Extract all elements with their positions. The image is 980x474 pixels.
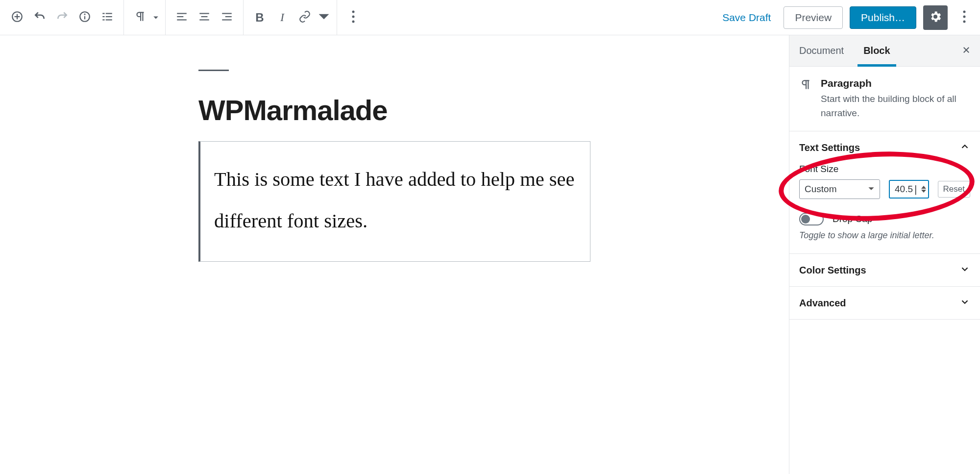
redo-button[interactable]	[51, 6, 74, 29]
toolbar-separator	[243, 0, 244, 35]
caret-down-icon[interactable]	[151, 15, 160, 21]
editor-canvas[interactable]: WPMarmalade This is some text I have add…	[0, 35, 789, 474]
block-more-options-button[interactable]	[342, 6, 365, 29]
link-button[interactable]	[294, 6, 316, 29]
svg-rect-12	[177, 13, 187, 14]
tab-block[interactable]: Block	[854, 35, 900, 66]
panel-advanced: Advanced	[789, 287, 980, 320]
align-right-icon	[220, 10, 233, 25]
svg-rect-13	[177, 16, 183, 17]
settings-toggle-button[interactable]	[923, 5, 948, 30]
add-block-button[interactable]	[6, 6, 28, 29]
toolbar-group-block-type	[126, 0, 163, 35]
svg-rect-20	[222, 19, 232, 20]
svg-point-24	[963, 11, 966, 13]
font-size-reset-button[interactable]: Reset	[938, 181, 970, 198]
ellipsis-vertical-icon	[963, 10, 966, 25]
tab-document[interactable]: Document	[789, 35, 854, 66]
align-center-button[interactable]	[193, 6, 216, 29]
advanced-title: Advanced	[799, 298, 846, 309]
block-navigation-button[interactable]	[96, 6, 119, 29]
svg-rect-19	[225, 16, 232, 17]
align-center-icon	[198, 10, 211, 25]
publish-button[interactable]: Publish…	[850, 6, 916, 29]
svg-point-21	[352, 11, 355, 13]
svg-rect-14	[177, 19, 187, 20]
panel-color-settings: Color Settings	[789, 254, 980, 287]
paragraph-block[interactable]: This is some text I have added to help m…	[198, 141, 590, 262]
paragraph-icon	[134, 10, 147, 25]
info-icon	[78, 10, 91, 25]
svg-rect-8	[102, 16, 104, 17]
gear-icon	[929, 10, 942, 25]
block-drag-handle[interactable]	[198, 70, 229, 71]
panel-text-settings: Text Settings Font Size Custom 40.5|	[789, 131, 980, 254]
panel-block-card: Paragraph Start with the building block …	[789, 67, 980, 131]
preview-button[interactable]: Preview	[784, 6, 843, 29]
redo-icon	[56, 10, 69, 25]
color-settings-header[interactable]: Color Settings	[789, 254, 980, 286]
svg-point-26	[963, 21, 966, 23]
text-settings-title: Text Settings	[799, 142, 860, 153]
dropcap-label: Drop Cap	[833, 214, 872, 225]
text-settings-header[interactable]: Text Settings	[789, 131, 980, 164]
bold-icon: B	[255, 11, 264, 25]
top-toolbar: B I Save Draft Preview Publish…	[0, 0, 980, 35]
svg-point-25	[963, 16, 966, 18]
font-size-number-value: 40.5	[895, 184, 913, 195]
bold-button[interactable]: B	[248, 6, 271, 29]
ellipsis-vertical-icon	[347, 10, 360, 25]
italic-button[interactable]: I	[271, 6, 294, 29]
svg-point-5	[84, 14, 85, 15]
svg-rect-18	[222, 13, 232, 14]
chevron-down-icon	[959, 297, 970, 309]
close-sidebar-button[interactable]	[956, 40, 977, 62]
svg-rect-17	[199, 19, 209, 20]
dropcap-toggle[interactable]	[799, 213, 824, 225]
close-icon	[962, 46, 971, 56]
svg-rect-11	[106, 19, 112, 20]
chevron-up-icon	[959, 141, 970, 154]
font-size-preset-value: Custom	[805, 184, 836, 195]
svg-rect-16	[201, 16, 208, 17]
undo-button[interactable]	[28, 6, 51, 29]
advanced-header[interactable]: Advanced	[789, 287, 980, 319]
toolbar-separator	[165, 0, 166, 35]
add-block-icon	[11, 10, 24, 25]
svg-rect-15	[199, 13, 209, 14]
toolbar-separator	[123, 0, 124, 35]
sidebar-tabs: Document Block	[789, 35, 980, 67]
dropcap-help-text: Toggle to show a large initial letter.	[799, 230, 970, 241]
undo-icon	[33, 10, 46, 25]
svg-rect-6	[102, 13, 104, 14]
svg-rect-9	[106, 16, 112, 17]
font-size-preset-select[interactable]: Custom	[799, 179, 880, 199]
align-left-button[interactable]	[171, 6, 193, 29]
svg-rect-7	[106, 13, 112, 14]
align-left-icon	[175, 10, 188, 25]
content-info-button[interactable]	[74, 6, 96, 29]
align-right-button[interactable]	[216, 6, 238, 29]
content-structure-icon	[101, 10, 114, 25]
toolbar-group-more	[339, 0, 368, 35]
chevron-down-icon	[959, 264, 970, 276]
more-richtext-controls-button[interactable]	[316, 6, 332, 29]
text-cursor: |	[913, 184, 918, 195]
number-spinner[interactable]	[921, 185, 926, 193]
color-settings-title: Color Settings	[799, 265, 866, 276]
toolbar-group-alignment	[168, 0, 241, 35]
block-card-title: Paragraph	[821, 77, 970, 89]
change-block-type-button[interactable]	[129, 6, 151, 29]
svg-rect-10	[102, 19, 104, 20]
caret-down-icon	[318, 10, 330, 25]
save-draft-button[interactable]: Save Draft	[716, 8, 777, 27]
font-size-label: Font Size	[799, 164, 970, 175]
editor-more-menu-button[interactable]	[955, 5, 974, 30]
font-size-number-input[interactable]: 40.5|	[889, 180, 929, 199]
block-card-description: Start with the building block of all nar…	[821, 92, 970, 120]
top-actions: Save Draft Preview Publish…	[716, 5, 976, 30]
toolbar-group-inline: B I	[245, 0, 335, 35]
post-title[interactable]: WPMarmalade	[198, 94, 590, 126]
svg-point-23	[352, 21, 355, 23]
paragraph-icon	[799, 77, 812, 120]
